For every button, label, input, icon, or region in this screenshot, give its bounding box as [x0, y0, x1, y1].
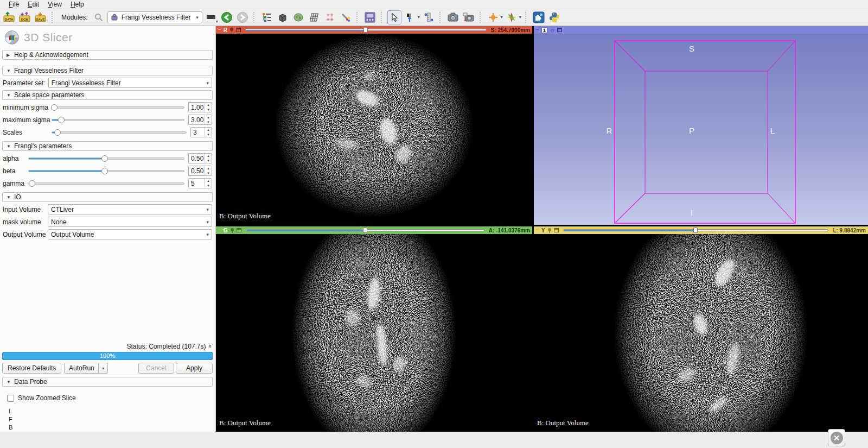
spinbox-value[interactable]: 1.00 [189, 103, 205, 112]
chevron-down-icon[interactable]: ▾ [418, 15, 420, 20]
restore-defaults-button[interactable]: Restore Defaults [2, 363, 61, 374]
load-dicom-icon[interactable]: DCM [18, 10, 32, 24]
back-icon[interactable] [220, 10, 234, 24]
input-volume-combobox[interactable]: CTLiver ▾ [48, 204, 212, 214]
markups-icon[interactable]: ✳✳✳✳ [323, 10, 337, 24]
threed-view-body[interactable]: S R P L I [534, 34, 868, 225]
maximum-sigma-slider[interactable] [50, 116, 186, 124]
window-level-icon[interactable] [403, 10, 417, 24]
module-selector[interactable]: Frangi Vesselness Filter ▾ [107, 11, 202, 23]
pin-icon[interactable] [229, 28, 234, 33]
menu-help[interactable]: Help [66, 0, 88, 9]
slider-handle[interactable] [29, 180, 35, 187]
scene-views-icon[interactable] [462, 10, 476, 24]
pin-icon[interactable] [547, 228, 552, 233]
slice-slider-handle[interactable] [693, 228, 698, 233]
slice-slider-handle[interactable] [363, 228, 367, 233]
scale-space-section[interactable]: ▼ Scale space parameters [2, 90, 213, 100]
apply-button[interactable]: Apply [176, 363, 213, 374]
spinbox-value[interactable]: 0.50 [189, 154, 205, 163]
data-probe-section[interactable]: ▼ Data Probe [2, 377, 213, 387]
gamma-spinbox[interactable]: 5 ▲▼ [188, 178, 212, 188]
spinbox-value[interactable]: 5 [189, 179, 205, 188]
spinbox-arrows[interactable]: ▲▼ [205, 103, 212, 112]
save-icon[interactable]: SAVE [34, 10, 48, 24]
slice-slider-handle[interactable] [363, 27, 368, 33]
spinbox-value[interactable]: 0.50 [189, 166, 205, 175]
crosshair-ruler-icon[interactable] [422, 10, 436, 24]
subject-hierarchy-icon[interactable] [260, 10, 274, 24]
menu-view[interactable]: View [43, 0, 66, 9]
yellow-slice-body[interactable]: B: Output Volume [534, 234, 868, 432]
layout-selector-icon[interactable] [363, 10, 377, 24]
chevron-down-icon[interactable]: ▾ [501, 15, 503, 20]
dismiss-message-button[interactable]: ✕ [828, 429, 845, 446]
parameter-set-combobox[interactable]: Frangi Vesselness Filter ▾ [48, 78, 212, 88]
spinbox-value[interactable]: 3 [191, 128, 205, 137]
forward-icon[interactable] [235, 10, 250, 24]
minimum-sigma-spinbox[interactable]: 1.00 ▲▼ [188, 102, 212, 112]
extensions-icon[interactable] [532, 10, 546, 24]
python-console-icon[interactable] [547, 10, 561, 24]
maximum-sigma-spinbox[interactable]: 3.00 ▲▼ [188, 115, 212, 125]
collapse-view-icon[interactable]: − [536, 228, 539, 233]
mouse-pointer-icon[interactable] [387, 10, 401, 24]
gamma-slider[interactable] [27, 179, 186, 188]
alpha-spinbox[interactable]: 0.50 ▲▼ [188, 153, 212, 163]
red-slice-body[interactable]: B: Output Volume [216, 34, 532, 225]
scales-spinbox[interactable]: 3 ▲▼ [190, 127, 212, 137]
autorun-dropdown-icon[interactable]: ▾ [99, 363, 108, 374]
menu-edit[interactable]: Edit [23, 0, 43, 9]
green-slice-slider[interactable] [246, 228, 484, 233]
yellow-slice-slider[interactable] [563, 228, 829, 233]
minimum-sigma-slider[interactable] [50, 103, 186, 112]
spinbox-arrows[interactable]: ▲▼ [205, 179, 212, 188]
data-module-icon[interactable] [276, 10, 290, 24]
help-acknowledgement-section[interactable]: ▶ Help & Acknowledgement [2, 50, 213, 60]
collapse-view-icon[interactable]: − [218, 27, 221, 33]
slider-handle[interactable] [58, 117, 65, 123]
status-expander-icon[interactable]: » [206, 345, 213, 348]
spinbox-arrows[interactable]: ▲▼ [205, 128, 212, 137]
collapse-view-icon[interactable]: − [536, 27, 539, 33]
crosshair-icon[interactable] [486, 10, 500, 24]
mask-volume-combobox[interactable]: None ▾ [48, 217, 212, 227]
beta-spinbox[interactable]: 0.50 ▲▼ [188, 166, 212, 176]
slider-handle[interactable] [51, 104, 58, 111]
view-menu-icon[interactable] [237, 228, 241, 232]
segment-editor-icon[interactable] [339, 10, 353, 24]
view-menu-icon[interactable] [236, 28, 241, 32]
show-zoomed-slice-checkbox[interactable] [7, 395, 14, 402]
pin-icon[interactable] [230, 228, 234, 233]
chevron-down-icon[interactable]: ▾ [519, 15, 521, 20]
io-section[interactable]: ▼ IO [2, 192, 213, 202]
module-search-icon[interactable] [92, 10, 106, 24]
transforms-icon[interactable] [307, 10, 321, 24]
spinbox-arrows[interactable]: ▲▼ [205, 154, 212, 163]
slider-handle[interactable] [101, 155, 108, 162]
view-controller-icon[interactable]: ☼ [550, 27, 555, 33]
scales-slider[interactable] [50, 128, 188, 137]
menu-file[interactable]: File [4, 0, 23, 9]
frangi-parameters-section[interactable]: ▼ Frangi's parameters [2, 141, 213, 151]
green-slice-body[interactable]: B: Output Volume [216, 234, 532, 432]
load-data-icon[interactable]: DATA [2, 10, 16, 24]
alpha-slider[interactable] [27, 154, 186, 163]
output-volume-combobox[interactable]: Output Volume ▾ [48, 229, 212, 239]
volume-rendering-icon[interactable] [291, 10, 305, 24]
view-menu-icon[interactable] [554, 228, 559, 232]
slider-handle[interactable] [101, 168, 108, 174]
beta-slider[interactable] [27, 167, 186, 175]
module-history-icon[interactable]: ▾ [204, 10, 218, 24]
cancel-button[interactable]: Cancel [138, 363, 174, 374]
spinbox-value[interactable]: 3.00 [189, 115, 205, 124]
autorun-button[interactable]: AutoRun [64, 363, 99, 374]
screenshot-icon[interactable] [446, 10, 460, 24]
view-menu-icon[interactable] [557, 28, 562, 32]
module-section[interactable]: ▼ Frangi Vesselness Filter [2, 66, 213, 75]
spinbox-arrows[interactable]: ▲▼ [205, 166, 212, 175]
slider-handle[interactable] [54, 129, 61, 136]
red-slice-slider[interactable] [245, 27, 487, 33]
spinbox-arrows[interactable]: ▲▼ [205, 115, 212, 124]
collapse-view-icon[interactable]: − [218, 228, 221, 233]
